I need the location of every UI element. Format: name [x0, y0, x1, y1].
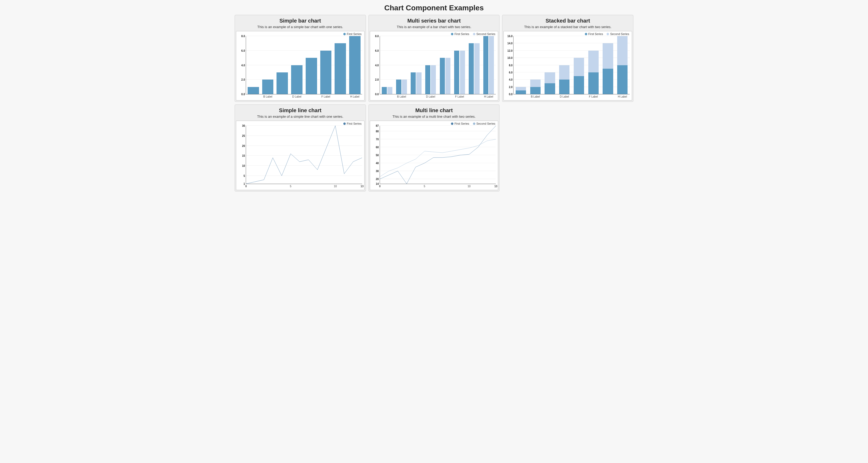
x-axis-tick: B Label — [397, 94, 406, 98]
y-axis-tick: 80 — [376, 130, 380, 133]
bar — [277, 72, 288, 94]
bar — [291, 65, 303, 94]
bar — [396, 80, 401, 94]
legend-label: First Series — [347, 32, 362, 35]
page-title: Chart Component Examples — [235, 4, 633, 12]
y-axis-tick: 6.0 — [241, 49, 246, 52]
bar — [445, 58, 451, 94]
legend-swatch-icon — [451, 33, 453, 35]
bar — [460, 51, 465, 94]
chart-title: Stacked bar chart — [503, 18, 632, 24]
chart-title: Simple line chart — [236, 107, 365, 114]
legend-label: Second Series — [610, 32, 629, 35]
chart-title: Multi series bar chart — [370, 18, 498, 24]
y-axis-tick: 30 — [242, 124, 246, 127]
bar — [483, 36, 488, 94]
y-axis-tick: 60 — [376, 146, 380, 149]
bar-segment — [588, 51, 599, 72]
x-axis-tick: 10 — [468, 184, 471, 188]
bar — [382, 87, 387, 94]
legend-label: First Series — [455, 32, 469, 35]
bar — [469, 43, 474, 94]
bar-segment — [559, 80, 569, 94]
bar-segment — [559, 65, 569, 80]
y-axis-tick: 10 — [242, 164, 246, 167]
line-svg — [380, 126, 496, 184]
bar-segment — [617, 36, 627, 65]
plot-area: 151015202530051013 — [246, 126, 362, 184]
bar-segment — [602, 69, 613, 94]
bar — [248, 87, 259, 94]
bar — [388, 87, 392, 94]
plot-frame: First Series Second Series 0.02.04.06.08… — [503, 31, 632, 100]
bar — [425, 65, 430, 94]
bar — [474, 43, 479, 94]
bar — [489, 36, 494, 94]
y-axis-tick: 0.0 — [375, 93, 380, 96]
gridline — [380, 36, 496, 36]
y-axis-tick: 14.0 — [507, 42, 514, 45]
gridline — [514, 36, 630, 36]
x-axis-tick: 10 — [334, 184, 337, 188]
bar — [431, 65, 436, 94]
chart-subtitle: This is an example of a simple bar chart… — [236, 25, 365, 29]
chart-title: Simple bar chart — [236, 18, 365, 24]
bar-segment — [588, 72, 599, 94]
line-series — [380, 126, 496, 184]
x-axis-tick: 5 — [424, 184, 425, 188]
y-axis-tick: 20 — [242, 144, 246, 147]
bar — [402, 80, 407, 94]
y-axis-tick: 40 — [376, 162, 380, 165]
y-axis-tick: 70 — [376, 138, 380, 141]
y-axis-tick: 30 — [376, 170, 380, 173]
bar — [320, 51, 332, 94]
y-axis-tick: 25 — [242, 134, 246, 137]
bar-segment — [516, 87, 526, 91]
bar-segment — [574, 76, 584, 94]
x-axis-tick: H Label — [618, 94, 627, 98]
bar-segment — [602, 43, 613, 69]
legend: First Series — [237, 32, 364, 35]
x-axis-tick: H Label — [484, 94, 493, 98]
legend: First Series Second Series — [504, 32, 631, 35]
x-axis-tick: 0 — [379, 184, 381, 188]
legend: First Series — [237, 122, 364, 125]
bar — [306, 58, 317, 94]
bar-segment — [530, 87, 540, 94]
x-axis-tick: F Label — [455, 94, 464, 98]
x-axis-tick: B Label — [531, 94, 540, 98]
legend: First Series Second Series — [371, 32, 498, 35]
x-axis-tick: B Label — [263, 94, 272, 98]
y-axis-tick: 16.0 — [507, 35, 514, 38]
plot-area: 0.02.04.06.08.0B LabelD LabelF LabelH La… — [380, 36, 496, 94]
legend-swatch-icon — [343, 33, 346, 35]
plot-area: 0.02.04.06.08.010.012.014.016.0B LabelD … — [513, 36, 630, 94]
y-axis-tick: 2.0 — [509, 85, 514, 88]
legend: First Series Second Series — [371, 122, 498, 125]
x-axis-tick: F Label — [321, 94, 330, 98]
x-axis-tick: D Label — [560, 94, 569, 98]
bar-segment — [545, 83, 555, 94]
y-axis-tick: 8.0 — [509, 64, 514, 67]
legend-swatch-icon — [451, 123, 453, 125]
y-axis-tick: 0.0 — [509, 93, 514, 96]
plot-area: 142030405060708087051013 — [380, 126, 496, 184]
chart-subtitle: This is an example of a bar chart with t… — [370, 25, 498, 29]
legend-label: First Series — [347, 122, 362, 125]
bar — [454, 51, 459, 94]
bar-segment — [617, 65, 627, 94]
x-axis-tick: 13 — [494, 184, 497, 188]
legend-label: Second Series — [476, 32, 496, 35]
y-axis-tick: 8.0 — [375, 35, 380, 38]
y-axis-tick: 87 — [376, 124, 380, 127]
y-axis-tick: 2.0 — [241, 78, 246, 81]
y-axis-tick: 0.0 — [241, 93, 246, 96]
x-axis-tick: D Label — [292, 94, 301, 98]
card-simple-bar: Simple bar chart This is an example of a… — [235, 15, 366, 102]
legend-label: First Series — [455, 122, 469, 125]
y-axis-tick: 10.0 — [507, 57, 514, 59]
card-multi-bar: Multi series bar chart This is an exampl… — [369, 15, 500, 102]
y-axis-tick: 4.0 — [509, 78, 514, 81]
legend-swatch-icon — [473, 33, 475, 35]
legend-swatch-icon — [607, 33, 609, 35]
